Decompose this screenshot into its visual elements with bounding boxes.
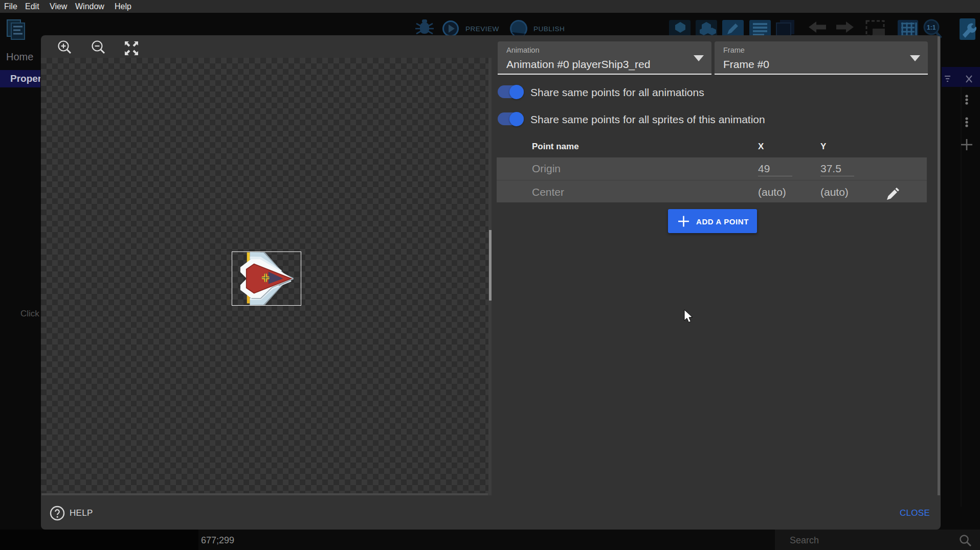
svg-text:PREVIEW: PREVIEW (465, 25, 499, 33)
svg-text:1:1: 1:1 (927, 24, 936, 31)
svg-text:PUBLISH: PUBLISH (533, 25, 565, 33)
